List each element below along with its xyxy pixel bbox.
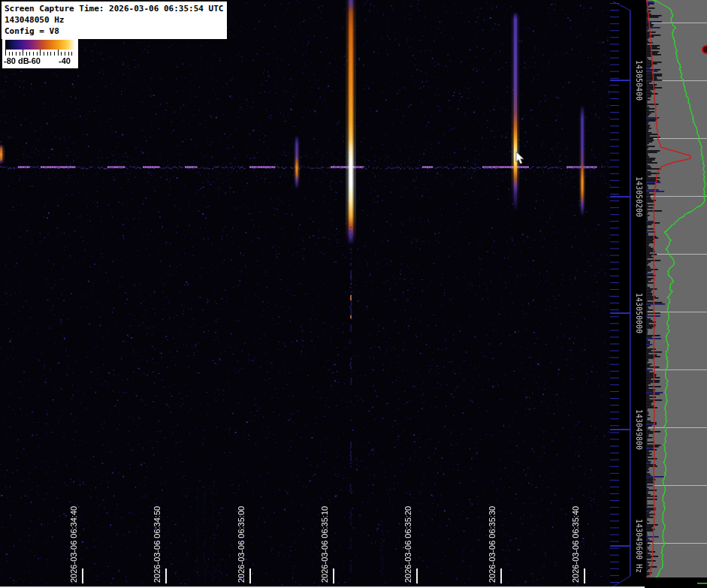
time-axis-label: 2026-03-06 06:35:00 [237,506,246,583]
time-axis-label: 2026-03-06 06:35:40 [571,506,580,583]
capture-info-box: Screen Capture Time: 2026-03-06 06:35:54… [2,2,227,39]
mouse-cursor-icon [515,152,526,165]
frequency-axis-label: 143049600 Hz [635,519,643,573]
db-label-40: -40 [59,56,71,65]
frequency-axis-label: 143050000 [635,293,643,333]
capture-frequency-text: 143048050 Hz [5,14,223,26]
time-axis-tick [584,568,585,583]
time-axis-tick [165,568,167,583]
db-label-80: -80 dB [4,56,29,65]
spectrogram-waterfall[interactable] [0,0,610,588]
time-axis-label: 2026-03-06 06:34:40 [69,506,78,583]
time-axis-label: 2026-03-06 06:35:20 [403,506,412,583]
app-window: Screen Capture Time: 2026-03-06 06:35:54… [0,0,707,588]
time-axis-tick [82,568,83,583]
time-axis-tick [500,568,502,583]
color-scale-legend: -80 dB -60 -40 [2,38,78,68]
color-scale-ticks [5,50,75,56]
capture-config-text: Config = V8 [5,26,223,37]
color-scale-gradient [5,40,75,50]
time-axis-tick [416,568,418,583]
capture-time-text: Screen Capture Time: 2026-03-06 06:35:54… [5,3,223,14]
time-axis-label: 2026-03-06 06:35:10 [320,506,329,583]
frequency-axis-label: 143049800 [635,409,643,450]
time-axis-tick [333,568,334,583]
time-axis-tick [249,568,251,583]
frequency-axis-label: 143050400 [635,60,643,101]
time-axis-label: 2026-03-06 06:35:30 [488,506,497,583]
db-label-60: -60 [29,56,41,65]
spectrum-panel [646,0,707,588]
frequency-axis-label: 143050200 [635,176,643,217]
time-axis-label: 2026-03-06 06:34:50 [153,506,162,583]
color-scale-labels: -80 dB -60 -40 [2,56,78,67]
